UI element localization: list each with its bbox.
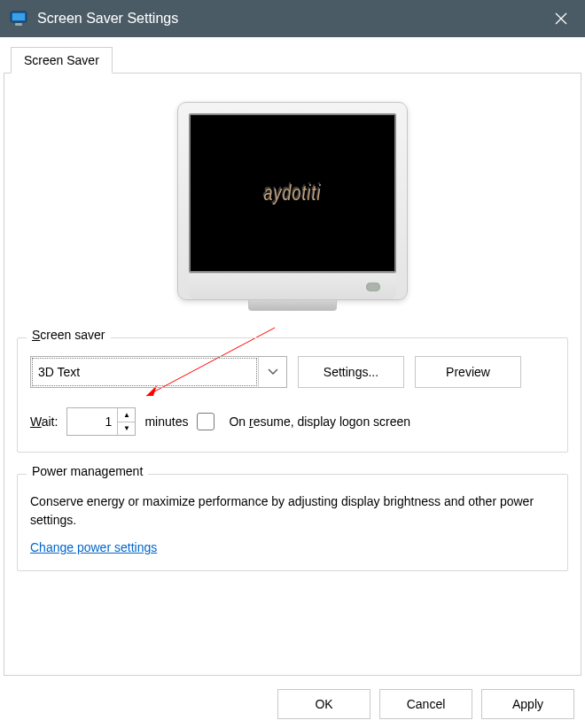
- wait-spinner[interactable]: 1 ▲ ▼: [66, 407, 136, 436]
- monitor-led-icon: [366, 283, 380, 291]
- spinner-down-button[interactable]: ▼: [118, 422, 135, 436]
- power-management-group: Power management Conserve energy or maxi…: [17, 474, 568, 571]
- resume-checkbox[interactable]: [197, 413, 214, 430]
- svg-rect-1: [12, 13, 25, 20]
- monitor-preview: aydotiti: [177, 102, 408, 311]
- spinner-up-button[interactable]: ▲: [118, 408, 135, 422]
- preview-button[interactable]: Preview: [415, 356, 521, 388]
- tabs-header: Screen Saver: [4, 46, 581, 74]
- apply-button[interactable]: Apply: [481, 689, 574, 719]
- chevron-down-icon: [268, 368, 278, 376]
- window-title: Screen Saver Settings: [37, 11, 537, 27]
- screen-saver-legend: Screen saver: [27, 328, 111, 342]
- tab-body: aydotiti Screen saver 3D Text: [4, 74, 581, 676]
- wait-label: Wait:: [30, 414, 58, 429]
- dropdown-button[interactable]: [258, 357, 286, 387]
- power-legend: Power management: [27, 464, 148, 478]
- screensaver-icon: [9, 9, 28, 28]
- cancel-button[interactable]: Cancel: [379, 689, 472, 719]
- change-power-settings-link[interactable]: Change power settings: [30, 540, 157, 554]
- preview-3d-text: aydotiti: [263, 181, 321, 205]
- wait-value: 1: [67, 408, 117, 435]
- svg-rect-2: [15, 23, 22, 26]
- settings-button[interactable]: Settings...: [298, 356, 404, 388]
- screensaver-dropdown-value: 3D Text: [31, 357, 258, 387]
- preview-screen: aydotiti: [189, 113, 396, 273]
- dialog-button-bar: OK Cancel Apply: [277, 689, 574, 719]
- close-icon: [555, 12, 567, 25]
- power-description: Conserve energy or maximize performance …: [30, 492, 555, 530]
- minutes-label: minutes: [144, 414, 188, 429]
- resume-label: On resume, display logon screen: [229, 414, 410, 429]
- ok-button[interactable]: OK: [277, 689, 370, 719]
- screen-saver-group: Screen saver 3D Text Settings... Preview…: [17, 337, 568, 453]
- titlebar: Screen Saver Settings: [0, 0, 585, 37]
- tab-screen-saver[interactable]: Screen Saver: [11, 47, 113, 74]
- close-button[interactable]: [537, 0, 585, 37]
- screensaver-dropdown[interactable]: 3D Text: [30, 356, 287, 388]
